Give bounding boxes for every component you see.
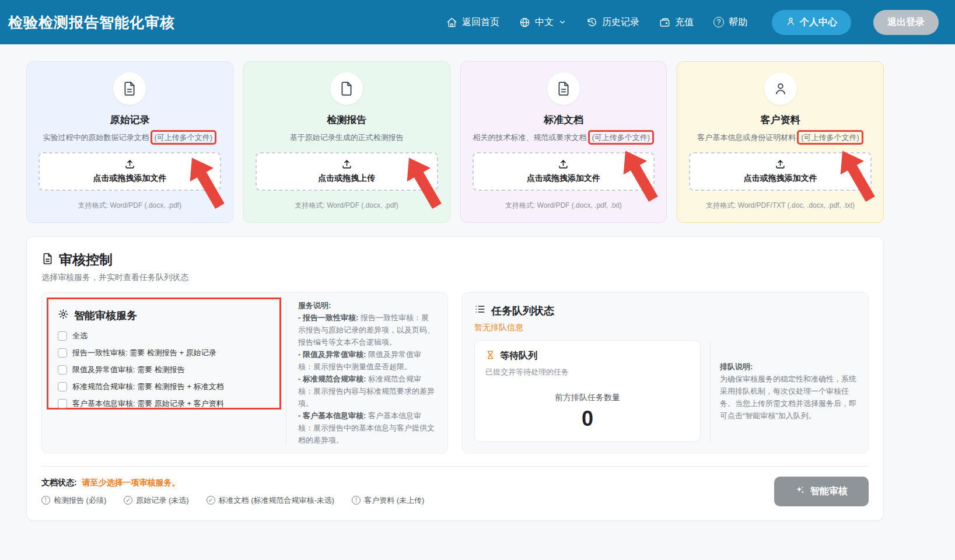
header-nav: 返回首页 中文 历史记录 充值 ? 帮助 个人中心 退出登录 (446, 10, 939, 35)
alert-circle-icon: ! (41, 496, 50, 505)
history-icon (586, 17, 597, 28)
multi-file-annotation: (可上传多个文件) (797, 130, 863, 145)
service-notes: 服务说明: - 报告一致性审核: 报告一致性审核：展示报告与原始记录的差异项，以… (298, 299, 436, 447)
checkbox-customer-info[interactable]: 客户基本信息审核: 需要 原始记录 + 客户资料 (58, 398, 270, 409)
chevron-down-icon (558, 18, 566, 26)
home-icon (446, 17, 457, 28)
upload-icon (341, 162, 352, 172)
hourglass-icon (485, 350, 495, 362)
multi-file-annotation: (可上传多个文件) (588, 130, 655, 145)
waiting-queue-title: 等待队列 (500, 350, 537, 362)
upload-cards-row: 原始记录 实验过程中的原始数据记录文档(可上传多个文件) 点击或拖拽添加文件 支… (26, 61, 884, 223)
document-status-line: 文档状态: 请至少选择一项审核服务。 (41, 478, 424, 488)
card-description: 相关的技术标准、规范或要求文档(可上传多个文件) (468, 132, 660, 143)
services-red-annotation-box: 智能审核服务 全选 报告一致性审核: 需要 检测报告 + 原始记录 限值及异常值… (47, 298, 281, 410)
multi-file-annotation: (可上传多个文件) (151, 130, 217, 145)
checkbox-icon[interactable] (58, 348, 67, 358)
card-description: 客户基本信息或身份证明材料(可上传多个文件) (684, 132, 876, 143)
card-test-report: 检测报告 基于原始记录生成的正式检测报告 点击或拖拽上传 支持格式: Word/… (243, 61, 450, 223)
doc-status-row: ! 检测报告 (必须) ✓ 原始记录 (未选) ✓ 标准文档 (标准规范合规审核… (41, 495, 424, 506)
status-warning: 请至少选择一项审核服务。 (82, 478, 180, 487)
vertical-divider (710, 340, 711, 442)
queue-title: 任务队列状态 (491, 304, 554, 318)
card-description: 基于原始记录生成的正式检测报告 (251, 132, 443, 143)
app-header: 检验检测报告智能化审核 返回首页 中文 历史记录 充值 ? 帮助 个人中心 退出… (0, 0, 955, 44)
task-queue-box: 任务队列状态 暂无排队信息 等待队列 已提交并等待处理的任务 前方排队任务数量 … (462, 292, 869, 453)
card-title: 原始记录 (34, 113, 226, 127)
checkbox-icon[interactable] (58, 365, 67, 374)
card-title: 标准文档 (468, 113, 660, 127)
panel-title: 审核控制 (59, 251, 113, 269)
review-control-panel: 审核控制 选择审核服务，并实时查看任务队列状态 智能审核服务 全选 报 (26, 236, 884, 521)
nav-language[interactable]: 中文 (519, 16, 566, 29)
help-icon: ? (713, 17, 724, 27)
nav-help[interactable]: ? 帮助 (713, 16, 747, 29)
status-test-report: ! 检测报告 (必须) (41, 495, 106, 506)
profile-button[interactable]: 个人中心 (772, 10, 851, 35)
smart-review-button-label: 智能审核 (810, 485, 848, 498)
person-icon (786, 16, 796, 29)
document-icon (41, 253, 54, 267)
check-circle-icon: ✓ (124, 496, 132, 505)
logout-button-label: 退出登录 (887, 16, 925, 29)
panel-footer: 文档状态: 请至少选择一项审核服务。 ! 检测报告 (必须) ✓ 原始记录 (未… (41, 466, 869, 506)
supported-formats: 支持格式: Word/PDF (.docx, .pdf, .txt) (468, 201, 660, 211)
checkbox-limit-outlier[interactable]: 限值及异常值审核: 需要 检测报告 (58, 365, 270, 375)
nav-history[interactable]: 历史记录 (586, 16, 639, 29)
nav-language-label: 中文 (535, 16, 554, 29)
checkbox-icon[interactable] (58, 382, 67, 391)
waiting-queue-subtitle: 已提交并等待处理的任务 (485, 367, 690, 377)
queue-empty-message: 暂无排队信息 (474, 323, 856, 333)
globe-icon (519, 17, 530, 28)
smart-review-button[interactable]: 智能审核 (774, 477, 869, 506)
card-description: 实验过程中的原始数据记录文档(可上传多个文件) (34, 132, 226, 143)
panel-subtitle: 选择审核服务，并实时查看任务队列状态 (41, 272, 869, 283)
nav-home[interactable]: 返回首页 (446, 16, 499, 29)
queue-notes: 排队说明: 为确保审核服务的稳定性和准确性，系统采用排队机制，每次仅处理一个审核… (720, 360, 856, 422)
upload-icon (558, 162, 569, 172)
supported-formats: 支持格式: Word/PDF (.docx, .pdf) (34, 201, 226, 211)
queue-count-label: 前方排队任务数量 (485, 393, 690, 403)
file-icon (330, 72, 363, 105)
services-title: 智能审核服务 (74, 309, 137, 323)
nav-help-label: 帮助 (729, 16, 747, 29)
checkbox-select-all[interactable]: 全选 (58, 331, 270, 341)
file-text-icon (547, 72, 580, 105)
check-circle-icon: ✓ (207, 496, 215, 505)
card-title: 客户资料 (684, 113, 876, 127)
nav-history-label: 历史记录 (602, 16, 639, 29)
profile-button-label: 个人中心 (800, 16, 837, 29)
checkbox-icon[interactable] (58, 331, 67, 341)
supported-formats: 支持格式: Word/PDF/TXT (.doc, .docx, .pdf, .… (684, 201, 876, 211)
upload-icon (775, 162, 786, 172)
waiting-queue-card: 等待队列 已提交并等待处理的任务 前方排队任务数量 0 (474, 340, 701, 442)
checkbox-icon[interactable] (58, 399, 67, 408)
wallet-icon (659, 17, 670, 28)
logout-button[interactable]: 退出登录 (873, 10, 939, 35)
services-box: 智能审核服务 全选 报告一致性审核: 需要 检测报告 + 原始记录 限值及异常值… (41, 292, 448, 453)
supported-formats: 支持格式: Word/PDF (.docx, .pdf) (251, 201, 443, 211)
queue-count-value: 0 (485, 407, 690, 431)
status-customer-info: ! 客户资料 (未上传) (352, 495, 424, 506)
checkbox-standard-compliance[interactable]: 标准规范合规审核: 需要 检测报告 + 标准文档 (58, 382, 270, 392)
nav-recharge[interactable]: 充值 (659, 16, 694, 29)
upload-icon (124, 162, 135, 172)
list-icon (474, 303, 486, 318)
checkbox-report-consistency[interactable]: 报告一致性审核: 需要 检测报告 + 原始记录 (58, 348, 270, 358)
card-customer-info: 客户资料 客户基本信息或身份证明材料(可上传多个文件) 点击或拖拽添加文件 支持… (677, 61, 884, 223)
card-title: 检测报告 (251, 113, 443, 127)
alert-circle-icon: ! (352, 496, 361, 505)
person-icon (764, 72, 797, 105)
nav-recharge-label: 充值 (675, 16, 694, 29)
card-original-records: 原始记录 实验过程中的原始数据记录文档(可上传多个文件) 点击或拖拽添加文件 支… (26, 61, 233, 223)
card-standard-docs: 标准文档 相关的技术标准、规范或要求文档(可上传多个文件) 点击或拖拽添加文件 … (460, 61, 667, 223)
app-title: 检验检测报告智能化审核 (8, 13, 175, 32)
sparkles-icon (795, 485, 805, 498)
gear-icon (58, 309, 69, 323)
status-original-records: ✓ 原始记录 (未选) (124, 495, 188, 506)
status-standard-docs: ✓ 标准文档 (标准规范合规审核-未选) (207, 495, 335, 506)
file-text-icon (113, 72, 146, 105)
nav-home-label: 返回首页 (462, 16, 499, 29)
